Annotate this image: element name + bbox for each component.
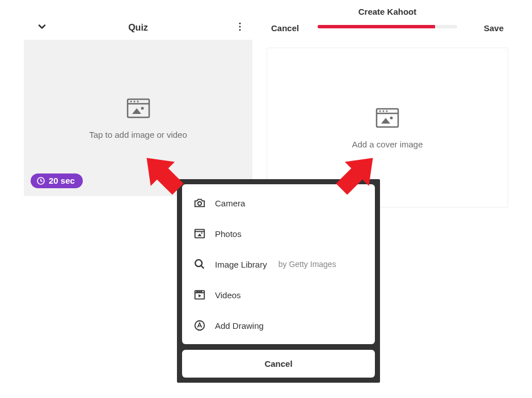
progress-bar [318, 25, 457, 28]
svg-marker-21 [197, 234, 201, 236]
create-header: Cancel Create Kahoot Save [267, 16, 508, 40]
svg-point-23 [195, 260, 202, 266]
svg-point-14 [383, 110, 385, 112]
svg-marker-16 [381, 118, 390, 124]
dialog-cancel-button[interactable]: Cancel [182, 350, 375, 378]
collapse-chevron-icon[interactable] [36, 21, 48, 35]
svg-point-17 [390, 116, 393, 119]
option-image-library[interactable]: Image Library by Getty Images [182, 249, 375, 280]
option-label: Camera [215, 198, 245, 208]
option-camera[interactable]: Camera [182, 188, 375, 218]
quiz-title: Quiz [128, 23, 148, 33]
save-button[interactable]: Save [484, 23, 504, 33]
svg-point-22 [201, 232, 202, 234]
svg-point-6 [133, 100, 135, 102]
svg-marker-8 [132, 108, 141, 114]
svg-point-2 [239, 29, 241, 31]
option-label: Add Drawing [215, 321, 264, 331]
svg-point-27 [197, 291, 197, 292]
svg-point-29 [201, 291, 201, 292]
video-icon [193, 289, 206, 301]
svg-point-18 [198, 202, 201, 205]
option-add-drawing[interactable]: Add Drawing [182, 310, 375, 341]
more-options-icon[interactable] [234, 21, 246, 35]
cancel-label: Cancel [264, 359, 292, 369]
svg-point-5 [130, 100, 132, 102]
add-cover-label: Add a cover image [352, 139, 423, 149]
svg-line-24 [201, 266, 204, 269]
svg-point-9 [141, 107, 143, 109]
option-label: Photos [215, 229, 242, 239]
cancel-button[interactable]: Cancel [271, 23, 299, 33]
quiz-header: Quiz [24, 16, 252, 40]
svg-point-28 [199, 291, 199, 292]
image-placeholder-icon [375, 107, 399, 132]
camera-icon [193, 197, 206, 209]
svg-point-0 [239, 23, 241, 24]
svg-point-1 [239, 26, 241, 28]
option-photos[interactable]: Photos [182, 218, 375, 249]
svg-marker-30 [199, 294, 201, 298]
media-source-dialog: Camera Photos Image Library by Getty Ima… [177, 179, 380, 383]
drawing-icon [193, 319, 206, 332]
quiz-editor-panel: Quiz Tap to add image or video 20 sec [24, 16, 252, 196]
time-limit-label: 20 sec [49, 176, 75, 185]
image-placeholder-icon [126, 97, 150, 122]
time-limit-pill[interactable]: 20 sec [31, 173, 83, 188]
add-media-area[interactable]: Tap to add image or video 20 sec [24, 40, 252, 196]
option-label: Videos [215, 290, 241, 300]
option-sublabel: by Getty Images [278, 260, 336, 269]
search-icon [193, 258, 206, 270]
option-label: Image Library [215, 260, 267, 269]
page-title: Create Kahoot [358, 7, 417, 16]
add-media-label: Tap to add image or video [89, 130, 187, 139]
svg-point-13 [379, 110, 381, 112]
svg-point-7 [137, 100, 138, 102]
svg-point-15 [386, 110, 388, 112]
photos-icon [193, 227, 206, 240]
media-source-list: Camera Photos Image Library by Getty Ima… [182, 184, 375, 344]
option-videos[interactable]: Videos [182, 280, 375, 310]
progress-fill [318, 25, 435, 28]
